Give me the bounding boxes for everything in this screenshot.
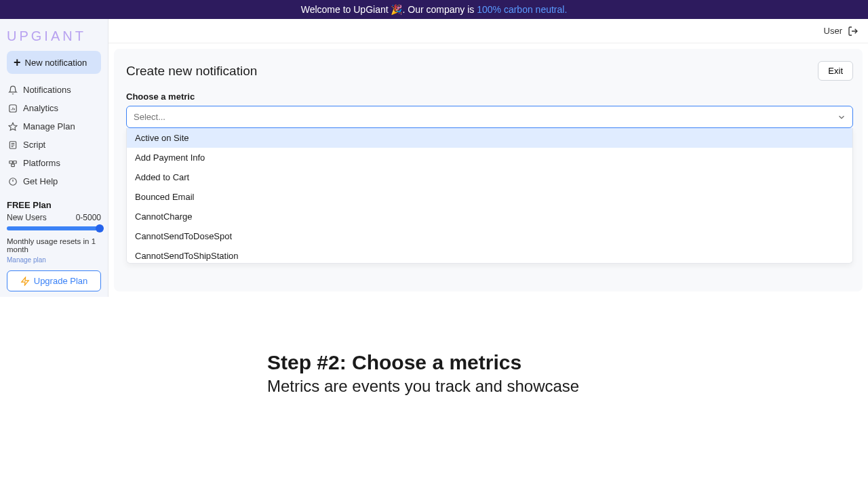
new-notification-button[interactable]: + New notification (7, 51, 101, 74)
metric-option[interactable]: CannotSendToShipStation (127, 246, 852, 264)
lightning-icon (20, 277, 30, 286)
metric-option[interactable]: Added to Cart (127, 167, 852, 187)
plan-reset-note: Monthly usage resets in 1 month (7, 237, 101, 253)
svg-rect-5 (12, 164, 15, 167)
sidebar-item-label: Platforms (23, 158, 60, 168)
plan-usage-row: New Users 0-5000 (7, 213, 101, 222)
metric-field-label: Choose a metric (126, 92, 853, 102)
upgrade-plan-button[interactable]: Upgrade Plan (7, 270, 101, 291)
sidebar-item-label: Analytics (23, 103, 58, 113)
step-title: Step #2: Choose a metrics (267, 351, 868, 374)
plus-icon: + (14, 56, 21, 68)
step-subtitle: Metrics are events you track and showcas… (267, 377, 868, 396)
sidebar: UPGIANT + New notification Notifications… (0, 19, 108, 297)
sidebar-item-analytics[interactable]: Analytics (4, 99, 104, 117)
exit-button[interactable]: Exit (818, 61, 853, 81)
upgrade-label: Upgrade Plan (34, 276, 88, 286)
svg-marker-7 (22, 277, 29, 285)
metric-select-input[interactable] (126, 106, 853, 128)
content-header: Create new notification Exit (126, 61, 853, 81)
metric-option[interactable]: Active on Site (127, 128, 852, 148)
metric-option[interactable]: CannotSendToDoseSpot (127, 226, 852, 246)
metric-option[interactable]: Add Payment Info (127, 148, 852, 167)
plan-title: FREE Plan (7, 200, 101, 210)
topbar: User (108, 19, 868, 43)
help-icon (8, 177, 18, 186)
new-notification-label: New notification (25, 58, 87, 68)
sidebar-item-notifications[interactable]: Notifications (4, 81, 104, 99)
svg-marker-1 (9, 123, 17, 130)
metric-dropdown[interactable]: Active on Site Add Payment Info Added to… (126, 128, 853, 264)
usage-slider[interactable] (7, 226, 101, 230)
plan-metric-value: 0-5000 (76, 213, 101, 222)
app-frame: UPGIANT + New notification Notifications… (0, 19, 868, 297)
svg-rect-4 (14, 161, 17, 163)
page-title: Create new notification (126, 64, 257, 79)
banner-text: Welcome to UpGiant 🎉. Our company is (301, 4, 477, 15)
sidebar-item-label: Manage Plan (23, 121, 75, 131)
metric-option[interactable]: CannotCharge (127, 207, 852, 226)
welcome-banner: Welcome to UpGiant 🎉. Our company is 100… (0, 0, 868, 19)
sidebar-item-label: Notifications (23, 85, 71, 95)
sidebar-item-get-help[interactable]: Get Help (4, 172, 104, 190)
sidebar-item-label: Get Help (23, 176, 58, 186)
platforms-icon (8, 159, 18, 168)
sidebar-item-platforms[interactable]: Platforms (4, 154, 104, 172)
slider-knob[interactable] (96, 224, 104, 232)
main-area: User Create new notification Exit Choose… (108, 19, 868, 297)
sidebar-item-manage-plan[interactable]: Manage Plan (4, 117, 104, 136)
script-icon (8, 140, 18, 150)
svg-rect-3 (9, 161, 13, 163)
manage-plan-link[interactable]: Manage plan (7, 256, 101, 264)
sidebar-item-script[interactable]: Script (4, 136, 104, 154)
star-icon (8, 122, 18, 131)
content-panel: Create new notification Exit Choose a me… (114, 49, 863, 291)
metric-option[interactable]: Bounced Email (127, 187, 852, 207)
chart-icon (8, 104, 18, 113)
logo: UPGIANT (4, 24, 104, 51)
bell-icon (8, 85, 18, 95)
sidebar-item-label: Script (23, 140, 45, 150)
plan-metric-label: New Users (7, 213, 47, 222)
user-label: User (824, 26, 842, 36)
logout-icon[interactable] (848, 26, 859, 37)
plan-box: FREE Plan New Users 0-5000 Monthly usage… (4, 196, 104, 291)
carbon-neutral-link[interactable]: 100% carbon neutral. (477, 4, 567, 15)
step-caption: Step #2: Choose a metrics Metrics are ev… (0, 297, 868, 396)
metric-select[interactable] (126, 106, 853, 128)
